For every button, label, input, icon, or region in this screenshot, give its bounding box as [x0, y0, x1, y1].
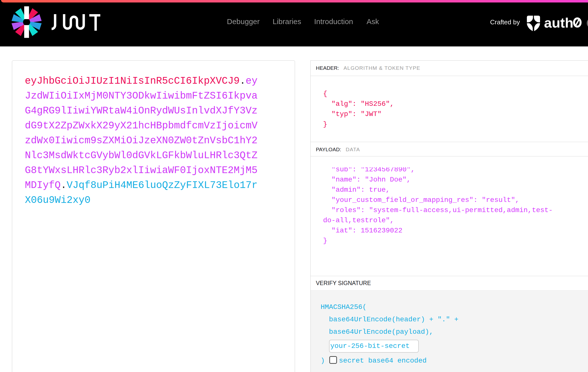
svg-text:auth: auth	[544, 15, 573, 30]
